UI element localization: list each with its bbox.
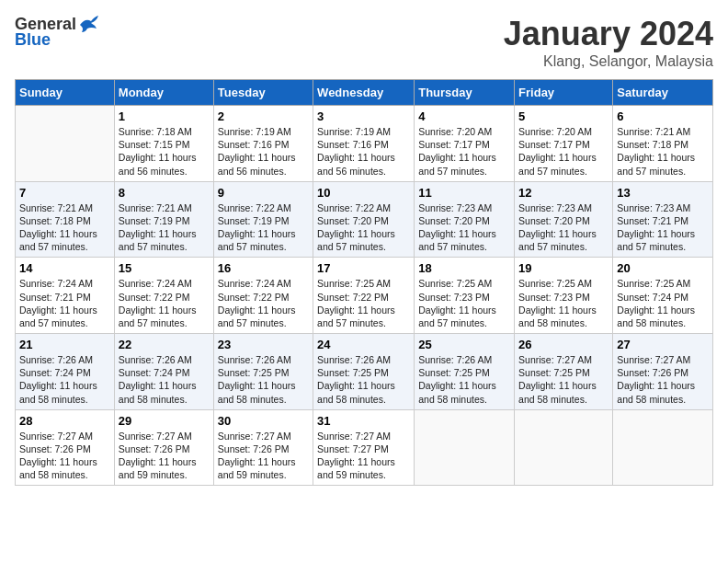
header-row: Sunday Monday Tuesday Wednesday Thursday… <box>16 80 713 106</box>
calendar-cell: 14Sunrise: 7:24 AMSunset: 7:21 PMDayligh… <box>16 258 115 334</box>
calendar-cell: 19Sunrise: 7:25 AMSunset: 7:23 PMDayligh… <box>515 258 613 334</box>
col-monday: Monday <box>114 80 213 106</box>
cell-info: Sunrise: 7:25 AMSunset: 7:23 PMDaylight:… <box>518 277 609 329</box>
calendar-cell: 21Sunrise: 7:26 AMSunset: 7:24 PMDayligh… <box>16 334 115 410</box>
cell-info: Sunrise: 7:25 AMSunset: 7:24 PMDaylight:… <box>617 277 709 329</box>
day-number: 24 <box>317 338 410 351</box>
calendar-cell <box>515 409 613 486</box>
cell-info: Sunrise: 7:20 AMSunset: 7:17 PMDaylight:… <box>418 125 510 178</box>
calendar-cell: 11Sunrise: 7:23 AMSunset: 7:20 PMDayligh… <box>415 181 515 258</box>
col-wednesday: Wednesday <box>313 80 415 106</box>
cell-info: Sunrise: 7:23 AMSunset: 7:20 PMDaylight:… <box>518 201 609 254</box>
day-number: 29 <box>119 414 210 428</box>
cell-info: Sunrise: 7:26 AMSunset: 7:25 PMDaylight:… <box>317 353 410 406</box>
day-number: 28 <box>19 414 110 428</box>
calendar-cell: 27Sunrise: 7:27 AMSunset: 7:26 PMDayligh… <box>613 334 713 410</box>
calendar-cell: 17Sunrise: 7:25 AMSunset: 7:22 PMDayligh… <box>313 258 415 334</box>
day-number: 4 <box>418 109 510 123</box>
calendar-cell: 29Sunrise: 7:27 AMSunset: 7:26 PMDayligh… <box>114 409 213 486</box>
day-number: 18 <box>418 261 510 275</box>
day-number: 14 <box>19 261 110 275</box>
cell-info: Sunrise: 7:20 AMSunset: 7:17 PMDaylight:… <box>518 125 609 178</box>
day-number: 20 <box>617 261 709 275</box>
table-row: 28Sunrise: 7:27 AMSunset: 7:26 PMDayligh… <box>16 409 713 486</box>
day-number: 23 <box>218 338 309 351</box>
calendar-cell: 12Sunrise: 7:23 AMSunset: 7:20 PMDayligh… <box>515 181 613 258</box>
table-row: 7Sunrise: 7:21 AMSunset: 7:18 PMDaylight… <box>16 181 713 258</box>
cell-info: Sunrise: 7:24 AMSunset: 7:21 PMDaylight:… <box>19 277 110 329</box>
calendar-cell: 16Sunrise: 7:24 AMSunset: 7:22 PMDayligh… <box>213 258 313 334</box>
cell-info: Sunrise: 7:21 AMSunset: 7:19 PMDaylight:… <box>119 201 210 254</box>
cell-info: Sunrise: 7:21 AMSunset: 7:18 PMDaylight:… <box>617 125 709 178</box>
calendar-cell: 13Sunrise: 7:23 AMSunset: 7:21 PMDayligh… <box>613 181 713 258</box>
col-saturday: Saturday <box>613 80 713 106</box>
calendar-cell: 6Sunrise: 7:21 AMSunset: 7:18 PMDaylight… <box>613 106 713 182</box>
cell-info: Sunrise: 7:24 AMSunset: 7:22 PMDaylight:… <box>218 277 309 329</box>
col-friday: Friday <box>515 80 613 106</box>
calendar-cell: 24Sunrise: 7:26 AMSunset: 7:25 PMDayligh… <box>313 334 415 410</box>
cell-info: Sunrise: 7:22 AMSunset: 7:20 PMDaylight:… <box>317 201 410 254</box>
calendar-cell: 22Sunrise: 7:26 AMSunset: 7:24 PMDayligh… <box>114 334 213 410</box>
table-row: 21Sunrise: 7:26 AMSunset: 7:24 PMDayligh… <box>16 334 713 410</box>
calendar-cell: 18Sunrise: 7:25 AMSunset: 7:23 PMDayligh… <box>415 258 515 334</box>
calendar-cell: 15Sunrise: 7:24 AMSunset: 7:22 PMDayligh… <box>114 258 213 334</box>
calendar-cell: 2Sunrise: 7:19 AMSunset: 7:16 PMDaylight… <box>213 106 313 182</box>
calendar-cell: 1Sunrise: 7:18 AMSunset: 7:15 PMDaylight… <box>114 106 213 182</box>
table-row: 14Sunrise: 7:24 AMSunset: 7:21 PMDayligh… <box>16 258 713 334</box>
calendar-cell <box>16 106 115 182</box>
calendar-cell: 4Sunrise: 7:20 AMSunset: 7:17 PMDaylight… <box>415 106 515 182</box>
calendar-cell: 20Sunrise: 7:25 AMSunset: 7:24 PMDayligh… <box>613 258 713 334</box>
col-thursday: Thursday <box>415 80 515 106</box>
day-number: 5 <box>518 109 609 123</box>
day-number: 8 <box>119 186 210 200</box>
day-number: 25 <box>418 338 510 351</box>
calendar-cell: 30Sunrise: 7:27 AMSunset: 7:26 PMDayligh… <box>213 409 313 486</box>
logo: General Blue <box>15 15 98 50</box>
cell-info: Sunrise: 7:25 AMSunset: 7:23 PMDaylight:… <box>418 277 510 329</box>
cell-info: Sunrise: 7:26 AMSunset: 7:24 PMDaylight:… <box>19 353 110 406</box>
day-number: 1 <box>119 109 210 123</box>
calendar-cell: 25Sunrise: 7:26 AMSunset: 7:25 PMDayligh… <box>415 334 515 410</box>
cell-info: Sunrise: 7:27 AMSunset: 7:27 PMDaylight:… <box>317 430 410 482</box>
logo-bird-icon <box>78 16 98 32</box>
day-number: 22 <box>119 338 210 351</box>
day-number: 26 <box>518 338 609 351</box>
calendar-cell: 28Sunrise: 7:27 AMSunset: 7:26 PMDayligh… <box>16 409 115 486</box>
day-number: 21 <box>19 338 110 351</box>
header: General Blue January 2024 Klang, Selango… <box>15 15 713 70</box>
cell-info: Sunrise: 7:27 AMSunset: 7:26 PMDaylight:… <box>119 430 210 482</box>
calendar-title: January 2024 <box>504 15 713 53</box>
cell-info: Sunrise: 7:25 AMSunset: 7:22 PMDaylight:… <box>317 277 410 329</box>
calendar-cell: 26Sunrise: 7:27 AMSunset: 7:25 PMDayligh… <box>515 334 613 410</box>
day-number: 3 <box>317 109 410 123</box>
cell-info: Sunrise: 7:24 AMSunset: 7:22 PMDaylight:… <box>119 277 210 329</box>
col-sunday: Sunday <box>16 80 115 106</box>
cell-info: Sunrise: 7:18 AMSunset: 7:15 PMDaylight:… <box>119 125 210 178</box>
cell-info: Sunrise: 7:22 AMSunset: 7:19 PMDaylight:… <box>218 201 309 254</box>
calendar-cell: 3Sunrise: 7:19 AMSunset: 7:16 PMDaylight… <box>313 106 415 182</box>
day-number: 17 <box>317 261 410 275</box>
cell-info: Sunrise: 7:19 AMSunset: 7:16 PMDaylight:… <box>218 125 309 178</box>
col-tuesday: Tuesday <box>213 80 313 106</box>
title-section: January 2024 Klang, Selangor, Malaysia <box>504 15 713 70</box>
day-number: 30 <box>218 414 309 428</box>
day-number: 27 <box>617 338 709 351</box>
calendar-cell: 7Sunrise: 7:21 AMSunset: 7:18 PMDaylight… <box>16 181 115 258</box>
logo-blue-text: Blue <box>15 30 51 50</box>
day-number: 12 <box>518 186 609 200</box>
day-number: 13 <box>617 186 709 200</box>
calendar-cell: 9Sunrise: 7:22 AMSunset: 7:19 PMDaylight… <box>213 181 313 258</box>
cell-info: Sunrise: 7:26 AMSunset: 7:24 PMDaylight:… <box>119 353 210 406</box>
day-number: 15 <box>119 261 210 275</box>
cell-info: Sunrise: 7:27 AMSunset: 7:26 PMDaylight:… <box>218 430 309 482</box>
calendar-cell: 10Sunrise: 7:22 AMSunset: 7:20 PMDayligh… <box>313 181 415 258</box>
calendar-subtitle: Klang, Selangor, Malaysia <box>504 53 713 70</box>
day-number: 2 <box>218 109 309 123</box>
cell-info: Sunrise: 7:26 AMSunset: 7:25 PMDaylight:… <box>218 353 309 406</box>
cell-info: Sunrise: 7:23 AMSunset: 7:20 PMDaylight:… <box>418 201 510 254</box>
day-number: 11 <box>418 186 510 200</box>
day-number: 19 <box>518 261 609 275</box>
cell-info: Sunrise: 7:27 AMSunset: 7:26 PMDaylight:… <box>617 353 709 406</box>
cell-info: Sunrise: 7:27 AMSunset: 7:26 PMDaylight:… <box>19 430 110 482</box>
calendar-cell: 8Sunrise: 7:21 AMSunset: 7:19 PMDaylight… <box>114 181 213 258</box>
